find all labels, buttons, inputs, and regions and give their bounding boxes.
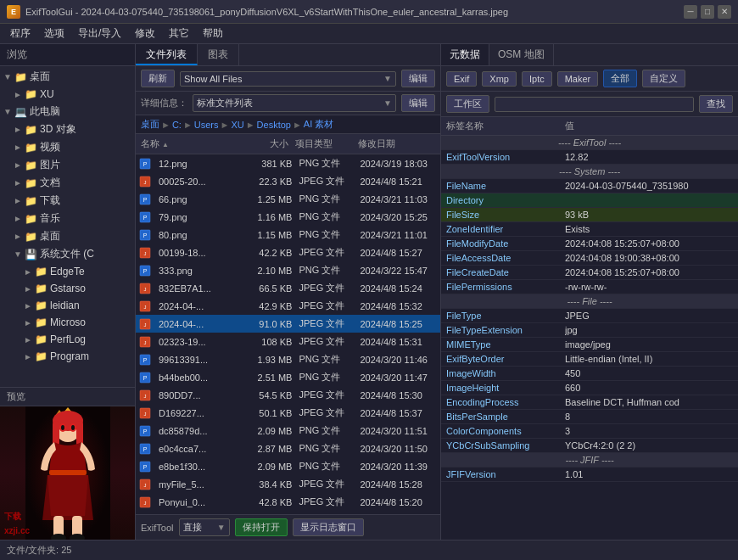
sidebar-item-4[interactable]: ►📁视频 (0, 138, 135, 156)
subtab-all[interactable]: 全部 (603, 70, 637, 87)
table-row[interactable]: P80.png1.15 MBPNG 文件2024/3/21 11:01 (136, 226, 440, 244)
search-button[interactable]: 查找 (699, 95, 733, 113)
maximize-button[interactable]: □ (701, 5, 714, 19)
filter-dropdown[interactable]: Show All Files ▼ (180, 71, 396, 87)
meta-row[interactable]: ZoneIdentifierExists (441, 222, 738, 237)
sidebar-item-16[interactable]: ►📁Program (0, 348, 135, 365)
subtab-maker[interactable]: Maker (557, 71, 599, 87)
meta-row[interactable]: EncodingProcessBaseline DCT, Huffman cod (441, 395, 738, 410)
sidebar-item-15[interactable]: ►📁PerfLog (0, 331, 135, 348)
sidebar-item-14[interactable]: ►📁Microso (0, 314, 135, 331)
menu-item-修改[interactable]: 修改 (128, 25, 162, 42)
col-header-tagname[interactable]: 标签名称 (446, 120, 565, 132)
sidebar-item-5[interactable]: ►📁图片 (0, 156, 135, 174)
meta-row[interactable]: Directory (441, 193, 738, 208)
meta-row[interactable]: FileCreateDate2024:04:08 15:25:07+08:00 (441, 266, 738, 280)
detail-dropdown[interactable]: 标准文件列表 ▼ (193, 94, 396, 112)
meta-row[interactable]: FileAccessDate2024:04:08 19:00:38+08:00 (441, 251, 738, 266)
table-row[interactable]: JmyFile_5...38.4 KBJPEG 文件2024/4/8 15:28 (136, 475, 440, 493)
bread-desktop[interactable]: 桌面 (141, 118, 159, 131)
table-row[interactable]: Pe8be1f30...2.09 MBPNG 文件2024/3/20 11:39 (136, 457, 440, 475)
meta-row[interactable]: ImageWidth450 (441, 367, 738, 381)
sidebar-item-12[interactable]: ►📁Gstarso (0, 280, 135, 297)
meta-row[interactable]: ExifToolVersion12.82 (441, 150, 738, 165)
sidebar-item-2[interactable]: ▼💻此电脑 (0, 103, 135, 120)
col-header-value[interactable]: 值 (565, 120, 733, 132)
col-header-size[interactable]: 大小 (245, 136, 292, 152)
bread-ai[interactable]: AI 素材 (304, 118, 333, 131)
table-row[interactable]: J02323-19...108 KBJPEG 文件2024/4/8 15:31 (136, 333, 440, 350)
table-row[interactable]: P333.png2.10 MBPNG 文件2024/3/22 15:47 (136, 261, 440, 279)
table-row[interactable]: P66.png1.25 MBPNG 文件2024/3/21 11:03 (136, 190, 440, 208)
meta-row[interactable]: MIMETypeimage/jpeg (441, 338, 738, 352)
meta-row[interactable]: JFIFVersion1.01 (441, 468, 738, 482)
meta-row[interactable]: FilePermissions-rw-rw-rw- (441, 280, 738, 294)
table-row[interactable]: Pe0c4cca7...2.87 MBPNG 文件2024/3/20 11:50 (136, 440, 440, 457)
workarea-button[interactable]: 工作区 (446, 95, 489, 113)
bread-desktop2[interactable]: Desktop (257, 120, 291, 130)
table-row[interactable]: Pb44beb00...2.51 MBPNG 文件2024/3/20 11:47 (136, 368, 440, 386)
meta-row[interactable]: FileTypeJPEG (441, 309, 738, 323)
menu-item-导出/导入[interactable]: 导出/导入 (71, 25, 128, 42)
table-row[interactable]: P99613391...1.93 MBPNG 文件2024/3/20 11:46 (136, 350, 440, 368)
keep-open-button[interactable]: 保持打开 (235, 518, 288, 536)
sidebar-item-8[interactable]: ►📁音乐 (0, 210, 135, 227)
table-row[interactable]: J00025-20...22.3 KBJPEG 文件2024/4/8 15:21 (136, 172, 440, 190)
menu-item-程序[interactable]: 程序 (3, 25, 37, 42)
meta-row[interactable]: YCbCrSubSamplingYCbCr4:2:0 (2 2) (441, 439, 738, 453)
edit-button[interactable]: 编辑 (401, 70, 435, 87)
sidebar-item-1[interactable]: ►📁XU (0, 86, 135, 103)
meta-row[interactable]: FileTypeExtensionjpg (441, 323, 738, 338)
sidebar-item-10[interactable]: ▼💾系统文件 (C (0, 245, 135, 263)
meta-row[interactable]: ImageHeight660 (441, 381, 738, 395)
sidebar-item-7[interactable]: ►📁下载 (0, 192, 135, 210)
table-row[interactable]: P12.png381 KBPNG 文件2024/3/19 18:03 (136, 154, 440, 172)
tab-osm[interactable]: OSM 地图 (489, 44, 554, 65)
subtab-xmp[interactable]: Xmp (482, 71, 517, 87)
table-row[interactable]: JPonyui_0...42.8 KBJPEG 文件2024/4/8 15:20 (136, 493, 440, 511)
col-header-type[interactable]: 项目类型 (292, 136, 355, 152)
table-row[interactable]: J2024-04-...91.0 KBJPEG 文件2024/4/8 15:25 (136, 315, 440, 333)
subtab-exif[interactable]: Exif (446, 71, 477, 87)
refresh-button[interactable]: 刷新 (141, 70, 175, 87)
tab-metadata[interactable]: 元数据 (441, 44, 489, 65)
menu-item-选项[interactable]: 选项 (37, 25, 71, 42)
menu-item-帮助[interactable]: 帮助 (196, 25, 230, 42)
meta-row[interactable]: FileModifyDate2024:04:08 15:25:07+08:00 (441, 237, 738, 251)
tab-file-list[interactable]: 文件列表 (136, 44, 198, 65)
table-row[interactable]: J832EB7A1...66.5 KBJPEG 文件2024/4/8 15:24 (136, 279, 440, 297)
col-header-name[interactable]: 名称 ▲ (136, 136, 245, 152)
meta-row[interactable]: ExifByteOrderLittle-endian (Intel, II) (441, 352, 738, 367)
tab-chart[interactable]: 图表 (198, 44, 239, 65)
meta-row[interactable]: FileSize93 kB (441, 208, 738, 222)
table-row[interactable]: Pdc85879d...2.09 MBPNG 文件2024/3/20 11:51 (136, 422, 440, 440)
search-input[interactable] (495, 97, 694, 112)
subtab-custom[interactable]: 自定义 (642, 70, 685, 87)
bread-xu[interactable]: XU (231, 120, 243, 130)
col-header-date[interactable]: 修改日期 (355, 136, 440, 152)
minimize-button[interactable]: ─ (684, 5, 697, 19)
log-button[interactable]: 显示日志窗口 (293, 518, 364, 536)
sidebar-item-6[interactable]: ►📁文档 (0, 174, 135, 192)
meta-row[interactable]: FileName2024-04-03-075440_7351980 (441, 179, 738, 193)
mode-dropdown[interactable]: 直接 ▼ (179, 518, 230, 536)
close-button[interactable]: ✕ (718, 5, 731, 19)
table-row[interactable]: J2024-04-...42.9 KBJPEG 文件2024/4/8 15:32 (136, 297, 440, 315)
table-row[interactable]: P79.png1.16 MBPNG 文件2024/3/20 15:25 (136, 208, 440, 226)
sidebar-item-3[interactable]: ►📁3D 对象 (0, 120, 135, 138)
bread-c[interactable]: C: (172, 120, 182, 130)
sidebar-item-9[interactable]: ►📁桌面 (0, 227, 135, 245)
detail-edit-button[interactable]: 编辑 (401, 94, 435, 112)
bread-users[interactable]: Users (194, 120, 219, 130)
meta-row[interactable]: BitsPerSample8 (441, 410, 738, 424)
menu-item-其它[interactable]: 其它 (162, 25, 196, 42)
sidebar-item-13[interactable]: ►📁leidian (0, 297, 135, 314)
svg-text:P: P (143, 464, 148, 470)
sidebar-item-11[interactable]: ►📁EdgeTe (0, 263, 135, 280)
table-row[interactable]: J00199-18...42.2 KBJPEG 文件2024/4/8 15:27 (136, 244, 440, 261)
table-row[interactable]: J890DD7...54.5 KBJPEG 文件2024/4/8 15:30 (136, 386, 440, 404)
subtab-iptc[interactable]: Iptc (522, 71, 552, 87)
sidebar-item-0[interactable]: ▼📁桌面 (0, 68, 135, 86)
table-row[interactable]: JD169227...50.1 KBJPEG 文件2024/4/8 15:37 (136, 404, 440, 422)
meta-row[interactable]: ColorComponents3 (441, 424, 738, 439)
